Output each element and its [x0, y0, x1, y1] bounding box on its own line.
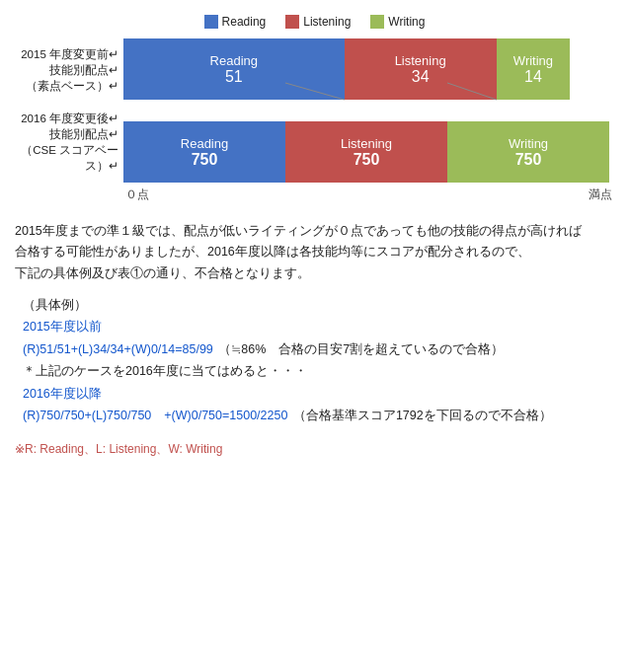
- bar-row-2016: Reading 750 Listening 750 Writing 750: [123, 121, 614, 183]
- result-2016: （合格基準スコア1792を下回るので不合格）: [293, 409, 552, 422]
- x-axis-end: 満点: [589, 187, 612, 203]
- bar-listening-2015: Listening 34: [345, 38, 497, 100]
- year-2015-label: 2015年度以前: [23, 316, 614, 338]
- chart-right: Reading 51 Listening 34 Writing 14: [123, 38, 614, 203]
- footer-note: ※R: Reading、L: Listening、W: Writing: [15, 441, 614, 458]
- formula-2015-line: (R)51/51+(L)34/34+(W)0/14=85/99 （≒86% 合格…: [23, 338, 614, 361]
- body-text: 2015年度までの準１級では、配点が低いライティングが０点であっても他の技能の得…: [15, 221, 614, 284]
- note-2015: ＊上記のケースを2016年度に当てはめると・・・: [23, 360, 614, 383]
- example-title: （具体例）: [23, 294, 614, 317]
- bar-reading-2016: Reading 750: [123, 121, 285, 183]
- bar-writing-2016: Writing 750: [447, 121, 609, 183]
- legend-listening-label: Listening: [303, 15, 351, 29]
- listening-swatch: [285, 15, 299, 29]
- bar-writing-2015: Writing 14: [497, 38, 571, 100]
- formula-2016-line: (R)750/750+(L)750/750 +(W)0/750=1500/225…: [23, 405, 614, 427]
- bar-row-2015: Reading 51 Listening 34 Writing 14: [123, 38, 614, 100]
- bar-listening-2016: Listening 750: [285, 121, 447, 183]
- body-line-3: 下記の具体例及び表①の通り、不合格となります。: [15, 263, 614, 284]
- legend-writing-label: Writing: [388, 15, 425, 29]
- example-box: （具体例） 2015年度以前 (R)51/51+(L)34/34+(W)0/14…: [23, 294, 614, 427]
- writing-swatch: [370, 15, 384, 29]
- reading-swatch: [204, 15, 218, 29]
- bars-wrapper: Reading 51 Listening 34 Writing 14: [123, 38, 614, 183]
- legend-writing: Writing: [370, 15, 425, 29]
- legend-reading: Reading: [204, 15, 267, 29]
- chart-area: Reading Listening Writing 2015 年度変更前↵ 技能…: [15, 15, 614, 203]
- y-axis-labels: 2015 年度変更前↵ 技能別配点↵ （素点ベース）↵ 2016 年度変更後↵ …: [15, 38, 123, 203]
- x-axis: ０点 満点: [123, 187, 614, 203]
- chart-legend: Reading Listening Writing: [15, 15, 614, 29]
- legend-listening: Listening: [285, 15, 351, 29]
- x-axis-start: ０点: [125, 187, 149, 203]
- formula-2015: (R)51/51+(L)34/34+(W)0/14=85/99: [23, 342, 213, 356]
- body-line-1: 2015年度までの準１級では、配点が低いライティングが０点であっても他の技能の得…: [15, 221, 614, 242]
- y-label-2016: 2016 年度変更後↵ 技能別配点↵ （CSE スコアベース）↵: [15, 111, 118, 174]
- legend-reading-label: Reading: [222, 15, 267, 29]
- result-2015: （≒86% 合格の目安7割を超えているので合格）: [218, 342, 504, 356]
- body-line-2: 合格する可能性がありましたが、2016年度以降は各技能均等にスコアが配分されるの…: [15, 242, 614, 262]
- bar-reading-2015: Reading 51: [123, 38, 345, 100]
- y-label-2015: 2015 年度変更前↵ 技能別配点↵ （素点ベース）↵: [15, 46, 118, 94]
- formula-2016: (R)750/750+(L)750/750 +(W)0/750=1500/225…: [23, 409, 287, 422]
- bars-container: Reading 51 Listening 34 Writing 14: [123, 38, 614, 183]
- chart-body: 2015 年度変更前↵ 技能別配点↵ （素点ベース）↵ 2016 年度変更後↵ …: [15, 38, 614, 203]
- year-2016-label: 2016年度以降: [23, 383, 614, 406]
